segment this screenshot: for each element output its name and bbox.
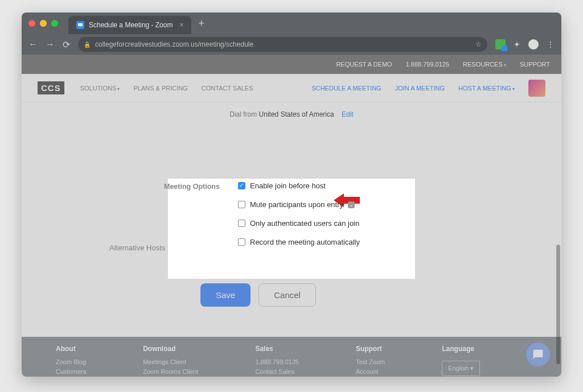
extensions-menu-icon[interactable]: ✦ — [514, 40, 520, 49]
checkbox-checked-icon[interactable] — [238, 182, 245, 189]
footer-link[interactable]: Account — [356, 367, 385, 377]
utility-bar: REQUEST A DEMO 1.888.799.0125 RESOURCES … — [22, 55, 561, 74]
opt-join-before-label: Enable join before host — [250, 181, 326, 190]
scrollbar[interactable] — [556, 245, 560, 364]
checkbox-icon[interactable] — [238, 220, 245, 227]
footer-link[interactable]: Contact Sales — [255, 367, 298, 377]
solutions-dropdown[interactable]: SOLUTIONS — [80, 85, 120, 92]
save-button[interactable]: Save — [200, 283, 251, 307]
opt-auth-label: Only authenticated users can join — [250, 219, 359, 228]
forward-button[interactable]: → — [46, 39, 55, 49]
user-avatar[interactable] — [528, 80, 545, 97]
close-window-icon[interactable] — [28, 20, 35, 27]
footer-download-heading: Download — [143, 345, 198, 353]
ccs-logo[interactable]: CCS — [38, 81, 64, 94]
enable-join-before-host-option[interactable]: Enable join before host — [238, 181, 409, 190]
chat-icon — [532, 349, 544, 360]
schedule-meeting-link[interactable]: SCHEDULE A MEETING — [311, 85, 381, 92]
tab-close-icon[interactable]: × — [179, 21, 183, 29]
chat-bubble-button[interactable] — [526, 343, 550, 366]
request-demo-link[interactable]: REQUEST A DEMO — [336, 61, 392, 68]
button-row: Save Cancel — [200, 283, 474, 307]
host-meeting-dropdown[interactable]: HOST A MEETING — [458, 85, 515, 92]
checkbox-icon[interactable] — [238, 238, 245, 246]
maximize-window-icon[interactable] — [51, 20, 58, 27]
bookmark-star-icon[interactable]: ☆ — [475, 40, 482, 48]
minimize-window-icon[interactable] — [40, 20, 47, 27]
footer-sales-heading: Sales — [255, 345, 298, 353]
zoom-favicon-icon — [76, 21, 84, 29]
back-button[interactable]: ← — [28, 39, 38, 49]
lock-icon: 🔒 — [84, 42, 91, 48]
join-meeting-link[interactable]: JOIN A MEETING — [395, 85, 445, 92]
address-bar: ← → ⟳ 🔒 collegeforcreativestudies.zoom.u… — [22, 34, 561, 55]
opt-record-label: Record the meeting automatically — [250, 238, 360, 246]
footer-link[interactable]: Test Zoom — [356, 357, 385, 367]
tab-title: Schedule a Meeting - Zoom — [89, 21, 173, 29]
url-text: collegeforcreativestudies.zoom.us/meetin… — [95, 40, 253, 48]
main-nav: CCS SOLUTIONS PLANS & PRICING CONTACT SA… — [22, 74, 561, 102]
footer-language-heading: Language — [442, 345, 480, 353]
profile-avatar-icon[interactable] — [528, 39, 539, 49]
meeting-options-section: Meeting Options Enable join before host … — [164, 181, 409, 246]
browser-menu-icon[interactable]: ⋮ — [547, 40, 555, 49]
footer-download: Download Meetings Client Zoom Rooms Clie… — [143, 345, 198, 374]
url-input[interactable]: 🔒 collegeforcreativestudies.zoom.us/meet… — [78, 37, 487, 52]
page-content: REQUEST A DEMO 1.888.799.0125 RESOURCES … — [22, 55, 561, 377]
reload-button[interactable]: ⟳ — [63, 39, 70, 50]
footer-link[interactable]: Customers — [56, 367, 86, 377]
footer-link[interactable]: Zoom Rooms Client — [143, 367, 198, 377]
footer-text: 1.888.799.0125 — [255, 357, 298, 367]
cancel-button[interactable]: Cancel — [258, 283, 316, 307]
window-controls — [28, 20, 58, 27]
footer-about-heading: About — [56, 345, 86, 353]
contact-sales-link[interactable]: CONTACT SALES — [202, 85, 253, 92]
mute-participants-option[interactable]: Mute participants upon entry ⌄ — [238, 200, 409, 209]
record-automatically-option[interactable]: Record the meeting automatically — [238, 238, 409, 246]
opt-mute-label: Mute participants upon entry — [250, 200, 343, 209]
nav-left: SOLUTIONS PLANS & PRICING CONTACT SALES — [80, 85, 253, 92]
new-tab-button[interactable]: + — [198, 18, 204, 30]
resources-dropdown[interactable]: RESOURCES — [463, 61, 506, 68]
authenticated-users-option[interactable]: Only authenticated users can join — [238, 219, 409, 228]
titlebar: Schedule a Meeting - Zoom × + — [22, 13, 561, 34]
plans-link[interactable]: PLANS & PRICING — [133, 85, 187, 92]
phone-number: 1.888.799.0125 — [406, 61, 449, 68]
footer-link[interactable]: Meetings Client — [143, 357, 198, 367]
footer-language: Language English ▾ — [442, 345, 480, 374]
support-link[interactable]: SUPPORT — [520, 61, 550, 68]
dial-from-row: Dial from United States of America Edit — [22, 110, 561, 118]
page-footer: About Zoom Blog Customers Download Meeti… — [22, 337, 561, 377]
extension-icon[interactable] — [495, 39, 506, 49]
footer-support-heading: Support — [356, 345, 385, 353]
footer-about: About Zoom Blog Customers — [56, 345, 86, 374]
checkbox-icon[interactable] — [238, 201, 245, 208]
footer-link[interactable]: Zoom Blog — [56, 357, 86, 367]
dial-prefix: Dial from — [229, 110, 258, 118]
dial-country: United States of America — [259, 110, 334, 118]
footer-sales: Sales 1.888.799.0125 Contact Sales — [255, 345, 298, 374]
info-badge-icon[interactable]: ⌄ — [348, 201, 355, 208]
footer-support: Support Test Zoom Account — [356, 345, 385, 374]
language-select[interactable]: English ▾ — [442, 361, 480, 376]
meeting-options-label: Meeting Options — [164, 181, 238, 246]
browser-window: Schedule a Meeting - Zoom × + ← → ⟳ 🔒 co… — [22, 13, 561, 377]
browser-tab[interactable]: Schedule a Meeting - Zoom × — [68, 16, 191, 34]
nav-right: SCHEDULE A MEETING JOIN A MEETING HOST A… — [311, 80, 545, 97]
dial-edit-link[interactable]: Edit — [342, 110, 354, 118]
